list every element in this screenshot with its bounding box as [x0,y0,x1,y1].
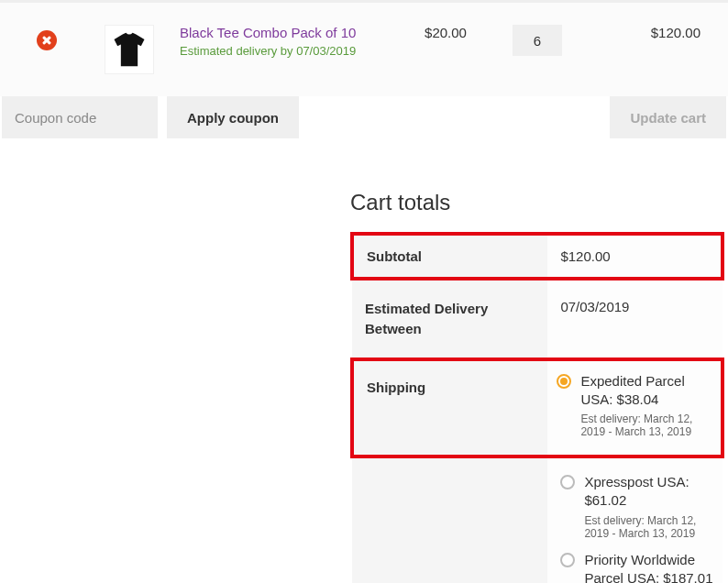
remove-item-icon[interactable] [37,30,57,50]
shipping-option-est: Est delivery: March 12, 2019 - March 13,… [584,514,713,540]
shipping-radio-1[interactable] [560,475,575,490]
shipping-option-est: Est delivery: March 12, 2019 - March 13,… [580,412,713,438]
subtotal-label: Subtotal [352,234,547,279]
line-total: $120.00 [583,25,713,40]
delivery-estimate: Estimated delivery by 07/03/2019 [180,44,400,58]
apply-coupon-button[interactable]: Apply coupon [167,96,299,138]
product-thumbnail[interactable] [105,25,154,74]
cart-totals: Cart totals Subtotal $120.00 Estimated D… [350,190,728,583]
shipping-option-label[interactable]: Priority Worldwide Parcel USA: $187.01 [584,551,713,584]
quantity-input[interactable] [513,25,562,56]
shipping-radio-2[interactable] [560,553,575,567]
unit-price: $20.00 [400,25,491,40]
edb-value: 07/03/2019 [547,279,722,359]
cart-totals-title: Cart totals [350,190,724,215]
shipping-radio-0[interactable] [557,374,571,389]
shipping-label: Shipping [352,359,547,457]
product-name-link[interactable]: Black Tee Combo Pack of 10 [180,25,400,40]
cart-actions: Apply coupon Update cart [0,96,728,164]
edb-row: Estimated Delivery Between 07/03/2019 [352,279,722,359]
subtotal-value: $120.00 [547,234,722,279]
update-cart-button[interactable]: Update cart [610,96,726,138]
shipping-option-label[interactable]: Xpresspost USA: $61.02 [584,473,713,511]
subtotal-row: Subtotal $120.00 [352,234,722,279]
coupon-code-input[interactable] [2,96,158,138]
cart-item-row: Black Tee Combo Pack of 10 Estimated del… [0,0,728,96]
edb-label: Estimated Delivery Between [352,279,547,359]
shipping-option-label[interactable]: Expedited Parcel USA: $38.04 [580,372,713,410]
shipping-row: Shipping Expedited Parcel USA: $38.04Est… [352,359,722,457]
